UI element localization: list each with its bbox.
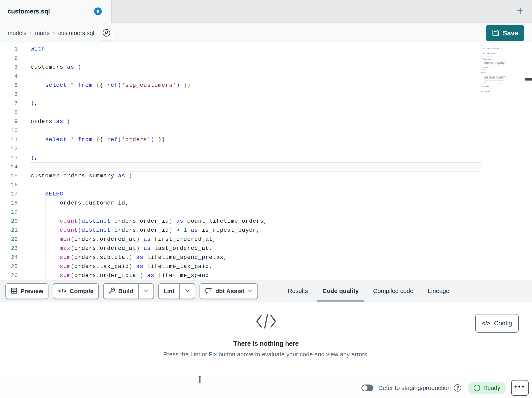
explore-compass-button[interactable] xyxy=(99,26,114,41)
ready-circle-icon xyxy=(474,385,480,391)
empty-state-title: There is nothing here xyxy=(0,340,532,347)
breadcrumb-bar: models › marts › customers.sql Save xyxy=(0,23,532,43)
breadcrumb-separator: › xyxy=(30,30,32,36)
empty-state: There is nothing here Press the Lint or … xyxy=(0,312,532,358)
breadcrumb-separator: › xyxy=(53,30,55,36)
code-line-16[interactable] xyxy=(31,180,480,189)
tab-lineage[interactable]: Lineage xyxy=(421,280,456,302)
code-line-14[interactable] xyxy=(31,162,480,171)
dbt-assist-label: dbt Assist xyxy=(215,288,244,294)
line-number: 5 xyxy=(0,81,20,90)
line-number: 14 xyxy=(0,162,20,171)
line-number: 9 xyxy=(0,117,20,126)
code-line-23[interactable]: max(orders.ordered_at) as last_ordered_a… xyxy=(31,244,480,253)
overflow-menu-button[interactable]: ••• xyxy=(511,380,529,396)
line-number: 26 xyxy=(0,271,20,280)
minimap[interactable]: with customers as ( select * from {{ ref… xyxy=(481,45,524,130)
code-line-11[interactable]: select * from {{ ref('orders') }} xyxy=(31,135,480,144)
line-number: 18 xyxy=(0,198,20,208)
compile-label: Compile xyxy=(70,288,93,294)
tab-compiled-code[interactable]: Compiled code xyxy=(366,280,421,302)
code-line-6[interactable] xyxy=(31,90,480,99)
code-editor[interactable]: 1234567891011121314151617181920212223242… xyxy=(0,43,532,280)
code-line-5[interactable]: select * from {{ ref('stg_customers') }} xyxy=(31,81,480,90)
defer-toggle[interactable] xyxy=(361,385,373,391)
code-line-8[interactable] xyxy=(31,108,480,117)
code-line-19[interactable] xyxy=(31,208,480,217)
code-brackets-icon: </> xyxy=(482,320,490,326)
code-line-25[interactable]: sum(orders.tax_paid) as lifetime_tax_pai… xyxy=(31,262,480,271)
line-number: 2 xyxy=(0,53,20,63)
code-line-4[interactable] xyxy=(31,72,480,81)
code-line-12[interactable] xyxy=(31,144,480,153)
code-line-17[interactable]: SELECT xyxy=(31,189,480,198)
tab-results[interactable]: Results xyxy=(281,280,315,302)
config-button[interactable]: </> Config xyxy=(475,314,519,333)
build-label: Build xyxy=(118,288,133,294)
code-line-2[interactable] xyxy=(31,53,480,63)
line-number: 15 xyxy=(0,171,20,180)
code-line-7[interactable]: ), xyxy=(31,99,480,108)
code-content[interactable]: withcustomers as ( select * from {{ ref(… xyxy=(31,45,480,280)
code-line-26[interactable]: sum(orders.order_total) as lifetime_spen… xyxy=(31,271,480,280)
compile-button[interactable]: </> Compile xyxy=(53,283,99,299)
line-number: 6 xyxy=(0,90,20,99)
preview-label: Preview xyxy=(20,288,43,294)
config-button-label: Config xyxy=(494,320,512,327)
line-number: 10 xyxy=(0,126,20,135)
line-number: 4 xyxy=(0,72,20,81)
tab-code-quality[interactable]: Code quality xyxy=(315,280,366,302)
code-line-15[interactable]: customer_orders_summary as ( xyxy=(31,171,480,180)
minimap-divider xyxy=(525,43,525,280)
code-line-21[interactable]: count(distinct orders.order_id) > 1 as i… xyxy=(31,226,480,235)
code-line-10[interactable] xyxy=(31,126,480,135)
code-line-24[interactable]: sum(orders.subtotal) as lifetime_spend_p… xyxy=(31,253,480,262)
compass-icon xyxy=(102,28,111,38)
code-line-20[interactable]: count(distinct orders.order_id) as count… xyxy=(31,217,480,226)
line-number: 11 xyxy=(0,135,20,144)
empty-state-subtitle: Press the Lint or Fix button above to ev… xyxy=(0,351,532,358)
lint-dropdown-button[interactable] xyxy=(180,284,195,299)
breadcrumb-file: customers.sql xyxy=(58,30,94,36)
scrollbar-marker[interactable] xyxy=(525,78,532,80)
line-number: 20 xyxy=(0,217,20,226)
help-icon[interactable]: ? xyxy=(454,384,461,391)
save-button-label: Save xyxy=(503,29,518,37)
breadcrumb-models[interactable]: models xyxy=(8,30,26,36)
line-number: 22 xyxy=(0,235,20,244)
line-number: 23 xyxy=(0,244,20,253)
tab-customers-sql[interactable]: customers.sql xyxy=(0,0,112,23)
tab-bar: customers.sql + xyxy=(0,0,532,23)
code-line-1[interactable]: with xyxy=(31,45,480,53)
chevron-down-icon xyxy=(185,289,190,293)
save-button[interactable]: Save xyxy=(486,25,524,41)
status-badge: Ready xyxy=(468,382,506,394)
unsaved-changes-dot-icon xyxy=(94,7,102,15)
line-number: 21 xyxy=(0,226,20,235)
ellipsis-icon: ••• xyxy=(514,382,526,391)
code-quality-panel: There is nothing here Press the Lint or … xyxy=(0,302,532,378)
line-number: 25 xyxy=(0,262,20,271)
code-line-13[interactable]: ), xyxy=(31,153,480,162)
toggle-knob xyxy=(362,385,367,391)
line-number: 8 xyxy=(0,108,20,117)
build-dropdown-button[interactable] xyxy=(139,284,153,299)
text-cursor: I xyxy=(198,373,202,386)
code-line-18[interactable]: orders.customer_id, xyxy=(31,198,480,208)
code-line-3[interactable]: customers as ( xyxy=(31,63,480,72)
assist-chat-plus-icon xyxy=(205,287,212,295)
build-button[interactable]: Build xyxy=(103,283,154,299)
line-number: 24 xyxy=(0,253,20,262)
dbt-assist-button[interactable]: dbt Assist xyxy=(200,283,258,299)
new-tab-button[interactable]: + xyxy=(508,0,532,23)
code-line-9[interactable]: orders as ( xyxy=(31,117,480,126)
preview-button[interactable]: Preview xyxy=(6,283,49,299)
breadcrumb-marts[interactable]: marts xyxy=(35,30,50,36)
tab-title: customers.sql xyxy=(8,8,50,15)
line-number: 1 xyxy=(0,45,20,53)
save-icon xyxy=(492,29,500,37)
lint-button[interactable]: Lint xyxy=(158,283,195,299)
code-line-22[interactable]: min(orders.ordered_at) as first_ordered_… xyxy=(31,235,480,244)
ready-label: Ready xyxy=(483,385,500,391)
chevron-down-icon xyxy=(143,289,149,293)
